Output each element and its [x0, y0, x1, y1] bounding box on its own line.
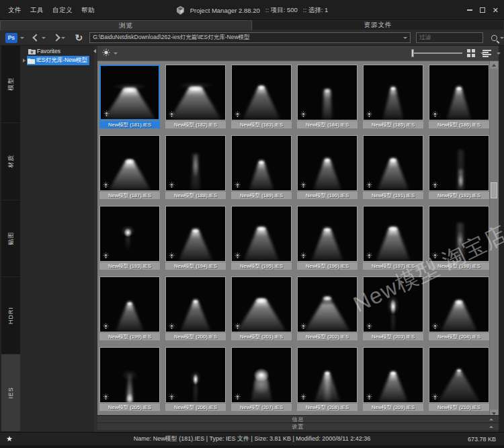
thumbnail-cell[interactable]: New模型 (197).IES — [363, 206, 423, 270]
thumbnail-size-slider[interactable] — [411, 52, 462, 54]
refresh-button[interactable]: ↻ — [75, 34, 83, 42]
search-icon[interactable] — [491, 35, 497, 41]
thumbnail-cell[interactable]: New模型 (192).IES — [429, 135, 489, 200]
ies-preview-image[interactable] — [297, 347, 358, 403]
tree-item-favorites[interactable]: Favorites — [20, 47, 94, 55]
ies-preview-image[interactable] — [231, 276, 292, 332]
thumbnail-cell[interactable]: New模型 (201).IES — [231, 276, 292, 341]
thumbnail-cell[interactable]: New模型 (186).IES — [429, 65, 489, 129]
sidebar-tab-hdri[interactable]: HDRI — [1, 277, 20, 354]
scroll-up-icon[interactable] — [490, 61, 498, 69]
close-button[interactable]: ✕ — [493, 7, 499, 13]
back-history-caret[interactable] — [42, 37, 46, 39]
ies-library-row[interactable]: IES灯光库-New模型 — [27, 56, 89, 65]
thumbnail-cell[interactable]: New模型 (181).IES — [99, 65, 160, 129]
ps-button[interactable]: Ps — [5, 33, 17, 43]
ies-preview-image[interactable] — [99, 276, 160, 332]
thumbnail-cell[interactable]: New模型 (205).IES — [99, 347, 160, 412]
forward-button[interactable] — [52, 34, 60, 41]
ies-preview-image[interactable] — [165, 206, 226, 262]
ies-preview-image[interactable] — [165, 135, 226, 191]
ies-preview-image[interactable] — [363, 135, 423, 191]
tree-item-ies-library[interactable]: IES灯光库-New模型 — [20, 57, 94, 65]
ies-preview-image[interactable] — [297, 206, 358, 262]
info-panel-bar[interactable]: 信息 — [97, 415, 499, 422]
ies-preview-image[interactable] — [99, 347, 160, 403]
thumbnail-cell[interactable]: New模型 (189).IES — [231, 135, 292, 200]
expand-arrow-icon[interactable] — [23, 59, 26, 63]
thumbnail-cell[interactable]: New模型 (182).IES — [165, 65, 226, 129]
ies-preview-image[interactable] — [363, 206, 423, 262]
settings-expand-icon[interactable] — [489, 426, 493, 428]
back-button[interactable] — [32, 34, 40, 41]
sidebar-tab-模型[interactable]: 模型 — [1, 46, 20, 123]
tab-browse[interactable]: 浏览 — [0, 20, 252, 30]
ies-preview-image[interactable] — [429, 276, 489, 332]
thumbnail-cell[interactable]: New模型 (184).IES — [297, 65, 358, 129]
ies-preview-image[interactable] — [429, 206, 489, 262]
ies-preview-image[interactable] — [165, 276, 226, 332]
ies-preview-image[interactable] — [99, 65, 160, 120]
sort-caret[interactable] — [497, 52, 501, 54]
thumbnail-cell[interactable]: New模型 (185).IES — [363, 65, 423, 129]
scrollbar-thumb[interactable] — [491, 182, 497, 198]
ies-preview-image[interactable] — [363, 276, 423, 332]
ies-preview-image[interactable] — [99, 206, 160, 262]
thumbnail-cell[interactable]: New模型 (209).IES — [363, 347, 423, 412]
thumbnail-cell[interactable]: New模型 (200).IES — [165, 276, 226, 341]
thumbnail-cell[interactable]: New模型 (206).IES — [165, 347, 226, 412]
light-type-caret[interactable] — [114, 52, 118, 54]
thumbnail-cell[interactable]: New模型 (191).IES — [363, 135, 423, 200]
ies-preview-image[interactable] — [429, 135, 489, 191]
thumbnail-cell[interactable]: New模型 (188).IES — [165, 135, 226, 200]
ies-preview-image[interactable] — [297, 276, 358, 332]
ies-preview-image[interactable] — [231, 65, 292, 120]
thumbnail-cell[interactable]: New模型 (196).IES — [297, 206, 358, 270]
thumbnail-cell[interactable]: New模型 (195).IES — [231, 206, 292, 270]
grid-view-icon[interactable] — [467, 49, 475, 57]
search-dropdown-caret[interactable] — [500, 37, 504, 39]
favorites-row[interactable]: Favorites — [28, 47, 62, 55]
ies-preview-image[interactable] — [231, 135, 292, 191]
thumbnail-cell[interactable]: New模型 (199).IES — [99, 276, 160, 341]
thumbnail-cell[interactable]: New模型 (198).IES — [429, 206, 489, 270]
thumbnail-cell[interactable]: New模型 (208).IES — [297, 347, 358, 412]
ies-preview-image[interactable] — [429, 65, 489, 120]
minimize-button[interactable] — [467, 9, 472, 11]
thumbnail-cell[interactable]: New模型 (210).IES — [429, 347, 489, 412]
ies-preview-image[interactable] — [363, 347, 423, 403]
ies-preview-image[interactable] — [231, 347, 292, 403]
ies-preview-image[interactable] — [165, 347, 226, 403]
vertical-scrollbar[interactable] — [489, 61, 497, 417]
ies-preview-image[interactable] — [297, 65, 358, 120]
tab-resources[interactable]: 资源文件 — [252, 20, 504, 30]
ps-dropdown-caret[interactable] — [20, 37, 24, 39]
thumbnail-cell[interactable]: New模型 (193).IES — [99, 206, 160, 270]
thumbnail-cell[interactable]: New模型 (203).IES — [363, 276, 423, 341]
collapse-tree-icon[interactable] — [93, 49, 96, 53]
ies-preview-image[interactable] — [165, 65, 226, 120]
thumbnail-cell[interactable]: New模型 (202).IES — [297, 276, 358, 341]
ies-preview-image[interactable] — [99, 135, 160, 191]
ies-preview-image[interactable] — [231, 206, 292, 262]
ies-preview-image[interactable] — [363, 65, 423, 120]
forward-history-caret[interactable] — [61, 37, 65, 39]
sidebar-tab-贴图[interactable]: 贴图 — [1, 200, 20, 278]
thumbnail-cell[interactable]: New模型 (194).IES — [165, 206, 226, 270]
sidebar-tab-材质[interactable]: 材质 — [1, 123, 20, 200]
ies-preview-image[interactable] — [429, 347, 489, 403]
settings-panel-bar[interactable]: 设置 — [97, 422, 499, 430]
maximize-button[interactable] — [480, 7, 485, 13]
thumbnail-cell[interactable]: New模型 (204).IES — [429, 276, 489, 341]
thumbnail-cell[interactable]: New模型 (190).IES — [297, 135, 358, 200]
light-type-icon[interactable] — [101, 48, 111, 58]
slider-handle[interactable] — [411, 49, 414, 57]
filter-input[interactable]: 过滤 — [416, 32, 483, 43]
ies-preview-image[interactable] — [297, 135, 358, 191]
path-dropdown-caret[interactable] — [403, 37, 407, 39]
sort-icon[interactable] — [482, 50, 491, 57]
thumbnail-cell[interactable]: New模型 (207).IES — [231, 347, 292, 412]
info-expand-icon[interactable] — [489, 418, 493, 420]
thumbnail-cell[interactable]: New模型 (187).IES — [99, 135, 160, 200]
thumbnail-cell[interactable]: New模型 (183).IES — [231, 65, 292, 129]
